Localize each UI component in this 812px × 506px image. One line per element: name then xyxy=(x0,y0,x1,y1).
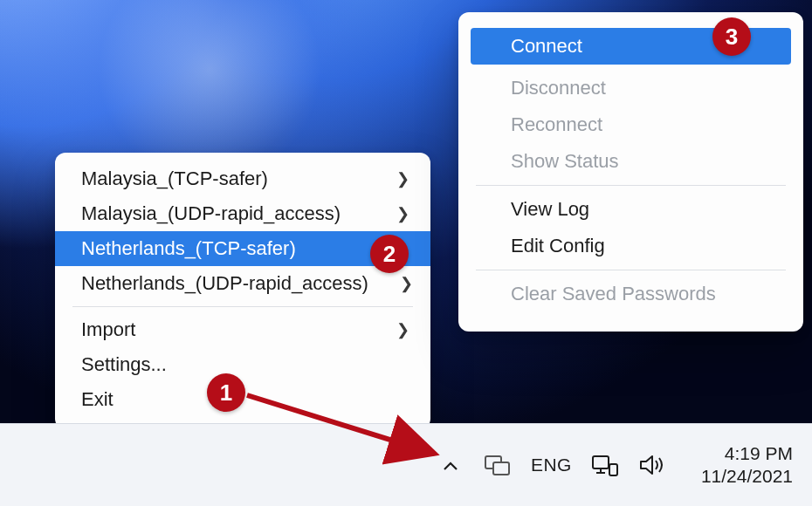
annotation-badge-3: 3 xyxy=(712,17,751,56)
system-tray: ENG 4:19 PM 11/24/2021 xyxy=(437,442,793,489)
menu-item-label: Settings... xyxy=(81,353,167,376)
menu-item-label: Clear Saved Passwords xyxy=(511,283,716,305)
taskbar-clock[interactable]: 4:19 PM 11/24/2021 xyxy=(701,442,793,489)
menu-item-label: Exit xyxy=(81,388,114,411)
clock-time: 4:19 PM xyxy=(701,442,793,465)
menu-separator xyxy=(476,185,786,186)
annotation-badge-1: 1 xyxy=(207,373,245,412)
menu-item-label: Reconnect xyxy=(511,113,602,136)
submenu-arrow-icon: ❯ xyxy=(400,274,413,293)
server-item-netherlands-udp[interactable]: Netherlands_(UDP-rapid_access) ❯ xyxy=(55,266,430,301)
clock-date: 11/24/2021 xyxy=(701,465,793,488)
submenu-item-clear-passwords[interactable]: Clear Saved Passwords xyxy=(458,276,803,312)
submenu-item-disconnect[interactable]: Disconnect xyxy=(458,70,803,106)
svg-rect-5 xyxy=(609,464,617,475)
menu-item-label: Malaysia_(UDP-rapid_access) xyxy=(81,202,341,225)
openvpn-server-submenu: Connect Disconnect Reconnect Show Status… xyxy=(458,12,803,332)
svg-rect-1 xyxy=(493,462,509,475)
submenu-item-view-log[interactable]: View Log xyxy=(458,191,803,228)
svg-rect-2 xyxy=(593,456,609,468)
menu-item-label: Malaysia_(TCP-safer) xyxy=(81,168,268,190)
network-icon[interactable] xyxy=(591,451,619,479)
menu-item-label: Show Status xyxy=(511,150,619,173)
menu-item-settings[interactable]: Settings... xyxy=(55,347,430,382)
server-item-malaysia-tcp[interactable]: Malaysia_(TCP-safer) ❯ xyxy=(55,161,430,196)
submenu-item-reconnect[interactable]: Reconnect xyxy=(458,106,803,143)
menu-item-label: Edit Config xyxy=(511,235,605,257)
annotation-badge-2: 2 xyxy=(370,235,409,273)
openvpn-tray-icon[interactable] xyxy=(484,451,512,479)
submenu-arrow-icon: ❯ xyxy=(396,169,409,188)
volume-icon[interactable] xyxy=(638,451,666,479)
windows-taskbar: ENG 4:19 PM 11/24/2021 xyxy=(0,423,812,506)
menu-item-label: Import xyxy=(81,318,135,341)
menu-item-label: View Log xyxy=(511,198,589,221)
menu-item-label: Netherlands_(UDP-rapid_access) xyxy=(81,272,368,295)
submenu-item-edit-config[interactable]: Edit Config xyxy=(458,228,803,264)
submenu-arrow-icon: ❯ xyxy=(396,204,409,223)
menu-item-label: Disconnect xyxy=(511,77,606,99)
tray-overflow-icon[interactable] xyxy=(437,451,464,479)
menu-item-import[interactable]: Import ❯ xyxy=(55,312,430,347)
menu-separator xyxy=(476,270,786,270)
menu-item-label: Connect xyxy=(511,35,582,58)
server-item-malaysia-udp[interactable]: Malaysia_(UDP-rapid_access) ❯ xyxy=(55,196,430,231)
menu-separator xyxy=(72,306,413,307)
language-indicator[interactable]: ENG xyxy=(531,455,572,475)
submenu-arrow-icon: ❯ xyxy=(396,320,409,339)
menu-item-label: Netherlands_(TCP-safer) xyxy=(81,237,296,260)
submenu-item-show-status[interactable]: Show Status xyxy=(458,143,803,180)
